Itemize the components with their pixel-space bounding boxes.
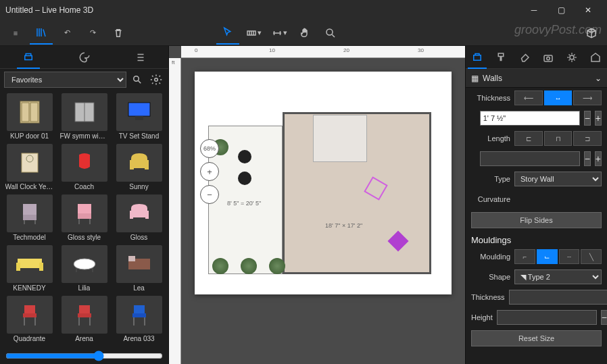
delete-icon[interactable] — [107, 22, 130, 45]
object-props-tab-icon[interactable] — [468, 46, 487, 69]
patio-dimension: 8' 5" = 20' 5" — [227, 200, 261, 207]
thickness-input[interactable] — [480, 111, 580, 126]
thickness-right-seg[interactable]: ⟶ — [573, 90, 602, 105]
bed-object[interactable] — [313, 115, 367, 162]
light-tab-icon[interactable] — [562, 46, 581, 69]
flip-sides-button[interactable]: Flip Sides — [471, 212, 602, 228]
building-tab-icon[interactable] — [586, 46, 605, 69]
shape-select[interactable]: ◥ Type 2 — [514, 269, 602, 284]
sofa-icon — [7, 245, 53, 283]
eraser-tab-icon[interactable] — [515, 46, 534, 69]
reset-size-button[interactable]: Reset Size — [471, 330, 602, 346]
redo-icon[interactable]: ↷ — [81, 22, 104, 45]
undo-icon[interactable]: ↶ — [55, 22, 78, 45]
library-item[interactable]: Wall Clock Yello… — [3, 144, 56, 193]
library-item[interactable]: Techmodel — [3, 194, 56, 244]
library-item[interactable]: Sunny — [112, 144, 166, 193]
length-increment[interactable]: + — [595, 151, 602, 166]
library-item[interactable]: Coach — [57, 144, 111, 193]
library-item[interactable]: KENNEDY — [3, 245, 56, 294]
plant-object[interactable] — [269, 258, 285, 274]
library-item[interactable]: Lilia — [57, 245, 111, 294]
inspector-panel: ▦ Walls ⌄ Thickness ⟵ ↔ ⟶ − + Length — [465, 46, 607, 364]
menu-icon[interactable]: ≡ — [4, 22, 27, 45]
zoom-out-button[interactable]: − — [200, 185, 219, 204]
library-item[interactable]: Lea — [112, 245, 166, 294]
minimize-button[interactable]: ─ — [520, 0, 548, 20]
svg-rect-10 — [135, 116, 143, 120]
zoom-percent[interactable]: 68% — [200, 139, 219, 158]
svg-point-48 — [570, 55, 574, 59]
paint-tab-icon[interactable] — [491, 46, 510, 69]
library-search-icon[interactable] — [129, 72, 145, 88]
height-decrement[interactable]: − — [601, 310, 607, 325]
library-icon[interactable] — [30, 22, 53, 45]
moulding-base-seg[interactable]: ⌙ — [537, 249, 558, 264]
moulding-mid-seg[interactable]: ╌ — [559, 249, 580, 264]
search-icon[interactable] — [319, 22, 342, 45]
chair-object[interactable] — [238, 172, 251, 185]
library-item[interactable]: TV Set Stand — [112, 93, 166, 142]
furniture-tab-icon[interactable] — [17, 46, 40, 69]
titlebar: Untitled – Live Home 3D ─ ▢ ✕ — [0, 0, 607, 20]
thickness-center-seg[interactable]: ↔ — [544, 90, 573, 105]
materials-tab-icon[interactable] — [73, 46, 96, 69]
plant-object[interactable] — [241, 258, 257, 274]
svg-rect-20 — [78, 213, 91, 219]
wall-type-select[interactable]: Story Wall — [514, 172, 602, 186]
length-right-seg[interactable]: ⊐ — [573, 131, 602, 146]
walls-section-header[interactable]: ▦ Walls ⌄ — [466, 69, 607, 88]
zoom-in-button[interactable]: + — [200, 162, 219, 181]
shape-label: Shape — [471, 273, 510, 281]
chair-object[interactable] — [238, 150, 251, 163]
svg-rect-26 — [16, 263, 20, 271]
library-item[interactable]: Gloss — [112, 194, 166, 244]
maximize-button[interactable]: ▢ — [548, 0, 575, 20]
library-item[interactable]: Quadrante — [3, 296, 56, 345]
svg-rect-15 — [23, 204, 37, 215]
svg-rect-33 — [24, 305, 35, 313]
chair-icon — [7, 194, 53, 232]
svg-rect-11 — [22, 153, 38, 172]
close-button[interactable]: ✕ — [575, 0, 602, 20]
svg-rect-32 — [128, 256, 135, 261]
library-grid: KUP door 01 FW symm windo… TV Set Stand … — [0, 90, 168, 348]
svg-rect-16 — [23, 215, 37, 220]
wall-tool-icon[interactable]: ▾ — [242, 22, 265, 45]
length-left-seg[interactable]: ⊏ — [514, 131, 543, 146]
armchair-icon — [116, 194, 162, 232]
thickness-left-seg[interactable]: ⟵ — [514, 90, 543, 105]
m-thickness-input[interactable] — [509, 290, 607, 305]
tv-icon — [116, 93, 162, 131]
view-3d-icon[interactable] — [580, 22, 603, 45]
thickness-decrement[interactable]: − — [584, 111, 591, 126]
plant-object[interactable] — [212, 258, 228, 274]
category-select[interactable]: Favorites — [4, 72, 126, 88]
length-center-seg[interactable]: ⊓ — [544, 131, 573, 146]
library-settings-icon[interactable] — [148, 72, 164, 88]
list-tab-icon[interactable] — [129, 46, 152, 69]
library-item[interactable]: KUP door 01 — [3, 93, 56, 142]
walls-icon: ▦ — [471, 74, 479, 83]
floorplan[interactable]: 18' 7" × 17' 2" 8' 5" = 20' 5" — [208, 99, 438, 267]
moulding-none-seg[interactable]: ╲ — [581, 249, 602, 264]
thumbnail-zoom-slider[interactable] — [0, 348, 168, 364]
length-input[interactable] — [480, 151, 580, 166]
library-item[interactable]: FW symm windo… — [57, 93, 111, 142]
library-item[interactable]: Arena 033 — [112, 296, 166, 345]
library-item[interactable]: Arena — [57, 296, 111, 345]
dimension-tool-icon[interactable]: ▾ — [268, 22, 291, 45]
pan-tool-icon[interactable] — [293, 22, 316, 45]
length-decrement[interactable]: − — [584, 151, 591, 166]
select-tool-icon[interactable] — [216, 22, 239, 45]
clock-icon — [7, 144, 53, 182]
height-input[interactable] — [497, 310, 597, 325]
svg-rect-19 — [78, 204, 91, 213]
svg-rect-13 — [130, 160, 134, 170]
canvas-viewport[interactable]: 18' 7" × 17' 2" 8' 5" = 20' 5" 68% + — [181, 58, 465, 364]
svg-rect-38 — [78, 313, 91, 317]
library-item[interactable]: Gloss style — [57, 194, 111, 244]
thickness-increment[interactable]: + — [595, 111, 602, 126]
camera-tab-icon[interactable] — [539, 46, 558, 69]
moulding-crown-seg[interactable]: ⌐ — [514, 249, 535, 264]
